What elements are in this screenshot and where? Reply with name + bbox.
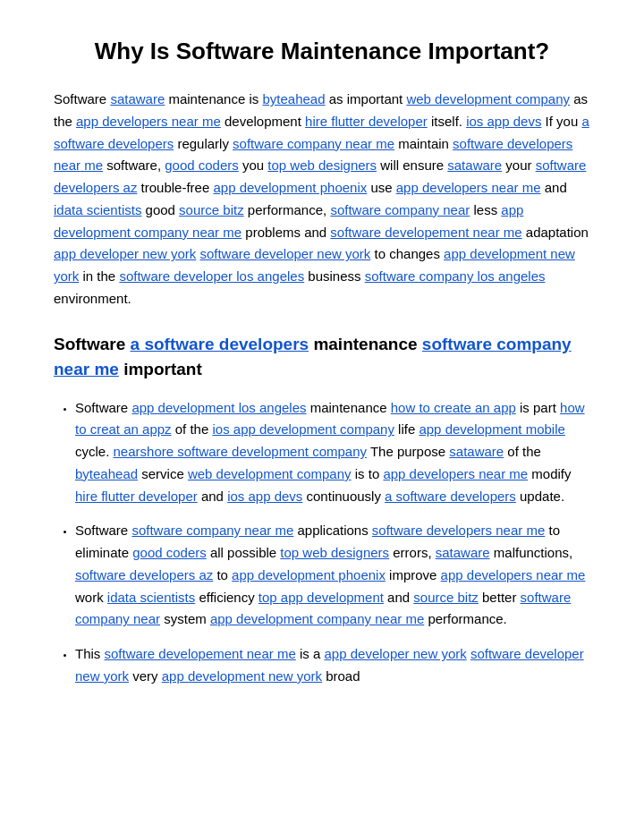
link-app-dev-phoenix[interactable]: app development phoenix <box>213 180 367 195</box>
link-top-app-dev[interactable]: top app development <box>258 590 384 605</box>
link-software-dev-near-me[interactable]: software developement near me <box>330 225 521 240</box>
link-web-dev-company[interactable]: web development company <box>406 91 570 106</box>
link-good-coders2[interactable]: good coders <box>132 545 207 560</box>
link-app-dev-la[interactable]: app development los angeles <box>131 400 306 415</box>
link-app-dev-near-me[interactable]: app developers near me <box>76 114 221 129</box>
link-hire-flutter[interactable]: hire flutter developer <box>305 114 428 129</box>
link-software-dev-los-angeles[interactable]: software developer los angeles <box>119 268 304 284</box>
page-title: Why Is Software Maintenance Important? <box>54 36 590 67</box>
link-top-web-designers[interactable]: top web designers <box>267 157 377 173</box>
link-top-web-designers2[interactable]: top web designers <box>280 545 389 560</box>
link-nearshore[interactable]: nearshore software development company <box>114 444 368 459</box>
link-ios-app-devs2[interactable]: ios app devs <box>227 489 302 504</box>
link-app-dev-company-near-me2[interactable]: app development company near me <box>210 611 424 626</box>
section-heading: Software a software developers maintenan… <box>54 332 590 383</box>
link-app-devs-near-me4[interactable]: app developers near me <box>441 567 586 582</box>
link-software-company-la[interactable]: software company los angeles <box>365 268 546 284</box>
link-sataware2[interactable]: sataware <box>447 157 502 173</box>
link-web-dev-company2[interactable]: web development company <box>188 466 352 481</box>
link-idata-scientists[interactable]: idata scientists <box>54 202 141 217</box>
link-byteahead[interactable]: byteahead <box>262 91 325 106</box>
link-app-devs-near-me3[interactable]: app developers near me <box>383 466 528 481</box>
link-app-dev-near-me2[interactable]: app developers near me <box>396 180 541 195</box>
link-software-dev-new-york[interactable]: software developer new york <box>199 246 370 261</box>
list-item-2: Software software company near me applic… <box>75 520 590 631</box>
link-app-dev-new-york3[interactable]: app development new york <box>162 668 322 684</box>
link-idata-scientists2[interactable]: idata scientists <box>107 590 195 605</box>
link-software-devs-near-me2[interactable]: software developers near me <box>372 523 545 538</box>
link-sataware3[interactable]: sataware <box>449 444 504 459</box>
link-sataware[interactable]: sataware <box>110 91 165 106</box>
link-a-software-devs2[interactable]: a software developers <box>385 489 516 504</box>
list-item-3: This software developement near me is a … <box>75 643 590 688</box>
link-software-devs-az2[interactable]: software developers az <box>75 567 213 582</box>
link-byteahead2[interactable]: byteahead <box>75 466 138 481</box>
link-app-dev-new-york2[interactable]: app developer new york <box>325 646 467 661</box>
link-ios-app-dev-company[interactable]: ios app development company <box>212 421 394 437</box>
link-app-dev-mobile[interactable]: app development mobile <box>419 421 564 437</box>
link-software-dev-near-me2[interactable]: software developement near me <box>105 646 296 661</box>
section-bold3: important <box>123 360 202 378</box>
link-how-to-create[interactable]: how to create an app <box>391 400 516 415</box>
section-bold2: maintenance <box>313 335 417 353</box>
link-app-dev-phoenix2[interactable]: app development phoenix <box>232 567 386 582</box>
link-sataware4[interactable]: sataware <box>436 545 490 560</box>
bullet-list: Software app development los angeles mai… <box>75 397 590 688</box>
link-section-a-software[interactable]: a software developers <box>131 335 309 353</box>
link-ios-app-devs[interactable]: ios app devs <box>466 114 541 129</box>
intro-paragraph: Software sataware maintenance is byteahe… <box>54 89 590 310</box>
link-source-bitz[interactable]: source bitz <box>179 202 244 217</box>
link-hire-flutter2[interactable]: hire flutter developer <box>75 489 198 504</box>
link-app-dev-new-york[interactable]: app developer new york <box>54 246 196 261</box>
section-bold1: Software <box>54 335 125 353</box>
link-good-coders[interactable]: good coders <box>165 157 239 173</box>
link-software-company-near-me2[interactable]: software company near me <box>131 523 293 538</box>
link-software-company-near-me[interactable]: software company near me <box>233 136 394 151</box>
link-software-company-near[interactable]: software company near <box>330 202 470 217</box>
link-source-bitz2[interactable]: source bitz <box>413 590 479 605</box>
list-item-1: Software app development los angeles mai… <box>75 397 590 508</box>
